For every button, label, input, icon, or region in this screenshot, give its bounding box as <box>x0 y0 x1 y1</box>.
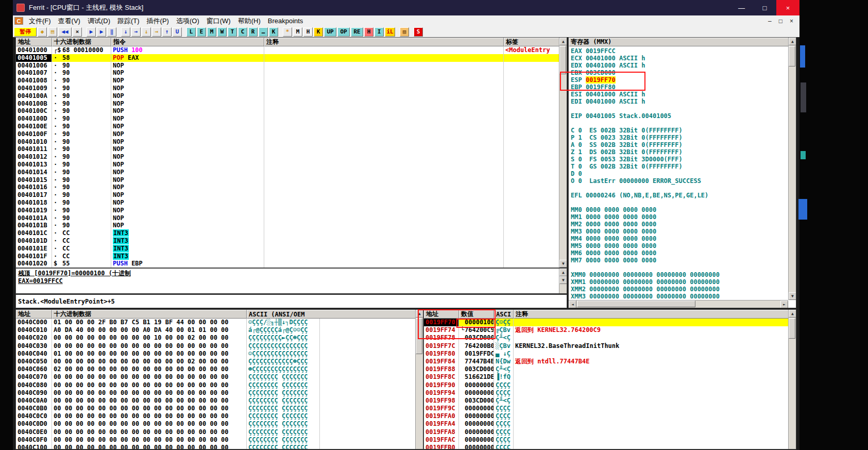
menu-item-0[interactable]: 文件(F) <box>25 16 55 26</box>
close-program-icon[interactable]: × <box>73 27 82 37</box>
step-into-icon[interactable]: ↓ <box>121 27 130 37</box>
register-line[interactable]: D 0 <box>571 170 788 177</box>
register-line[interactable]: MM7 0000 0000 0000 0000 <box>571 257 788 264</box>
disasm-row[interactable]: 00401013·90NOP <box>16 161 559 169</box>
register-line[interactable]: MM0 0000 0000 0000 0000 <box>571 206 788 213</box>
disasm-row[interactable]: 0040101F·CCINT3 <box>16 253 559 260</box>
register-line[interactable]: Z 1 DS 002B 32Bit 0(FFFFFFFF) <box>571 148 788 156</box>
stack-row[interactable]: 0019FFAC00000000ÇÇÇÇ <box>424 436 788 444</box>
log-window-button[interactable]: L <box>186 27 196 37</box>
windows-window-button[interactable]: W <box>217 27 227 37</box>
disasm-row[interactable]: 00401000┌$68 00010000PUSH 100<ModuleEntr… <box>16 46 559 54</box>
register-line[interactable]: XMM3 00000000 00000000 00000000 00000000 <box>571 293 788 300</box>
disasm-row[interactable]: 00401015·90NOP <box>16 176 559 184</box>
stack-row[interactable]: 0019FF7C764200B0░ÇBvKERNEL32.BaseThreadI… <box>424 342 788 350</box>
disasm-row[interactable]: 00401008·90NOP <box>16 77 559 85</box>
dump-row[interactable]: 0040C03000 00 00 00 00 00 00 00 00 00 00… <box>16 342 415 350</box>
dump-row[interactable]: 0040C0E000 00 00 00 00 00 00 00 00 00 00… <box>16 428 415 436</box>
menu-item-5[interactable]: 选项(O) <box>173 16 203 26</box>
pause-status[interactable]: 暂停 <box>14 27 37 37</box>
child-close-button[interactable]: × <box>790 18 793 25</box>
references-window-button[interactable]: R <box>248 27 258 37</box>
disasm-row[interactable]: 00401007·90NOP <box>16 69 559 77</box>
execute-till-user-icon[interactable]: U <box>173 27 182 37</box>
register-line[interactable]: MM3 0000 0000 0000 0000 <box>571 228 788 235</box>
disasm-row[interactable]: 00401006·90NOP <box>16 62 559 70</box>
disassembly-scrollbar[interactable]: ▲ ▼ <box>559 38 567 268</box>
stack-row[interactable]: 0019FF9000000000ÇÇÇÇ <box>424 381 788 389</box>
open-file-icon[interactable]: ◆ <box>38 27 47 37</box>
stack-row[interactable]: 0019FFA800000000ÇÇÇÇ <box>424 428 788 436</box>
run-icon[interactable]: ▶ <box>87 27 96 37</box>
disasm-row[interactable]: 00401005·58POP EAX <box>16 54 559 62</box>
step-over-icon[interactable]: → <box>131 27 141 37</box>
minimize-button[interactable]: — <box>730 0 753 15</box>
animate-over-icon[interactable]: → <box>152 27 161 37</box>
plugin-k-button[interactable]: K <box>314 27 323 37</box>
scroll-down-icon[interactable]: ▼ <box>559 260 567 268</box>
disasm-row[interactable]: 0040101B·90NOP <box>16 222 559 229</box>
scroll-right-icon[interactable]: ► <box>780 301 788 308</box>
info-scrollbar[interactable]: ▲ ▼ <box>559 269 567 293</box>
dump-row[interactable]: 0040C10000 00 00 00 00 00 00 00 00 00 00… <box>16 444 415 449</box>
dump-row[interactable]: 0040C0C000 00 00 00 00 00 00 00 00 00 00… <box>16 412 415 420</box>
dump-row[interactable]: 0040C0F000 00 00 00 00 00 00 00 00 00 00… <box>16 436 415 444</box>
stack-row[interactable]: 0019FF7000000100Ç☺ÇÇ <box>424 319 788 326</box>
dump-row[interactable]: 0040C0A000 00 00 00 00 00 00 00 00 00 00… <box>16 397 415 405</box>
scroll-up-icon[interactable]: ▲ <box>416 310 423 318</box>
menu-item-2[interactable]: 调试(D) <box>84 16 114 26</box>
dump-row[interactable]: 0040C07000 00 00 00 00 00 00 00 00 00 00… <box>16 373 415 381</box>
register-line[interactable]: MM6 0000 0000 0000 0000 <box>571 249 788 257</box>
disasm-row[interactable]: 00401009·90NOP <box>16 85 559 92</box>
menu-item-8[interactable]: Breakpoints <box>264 17 307 25</box>
registers-hscrollbar[interactable]: ◄ ► <box>569 300 788 308</box>
memory-window-button[interactable]: M <box>207 27 216 37</box>
register-line[interactable]: O 0 LastErr 00000000 ERROR_SUCCESS <box>571 177 788 185</box>
stack-scrollbar[interactable]: ▲ <box>788 310 796 449</box>
dump-scrollbar[interactable]: ▲ <box>415 310 423 449</box>
menu-item-1[interactable]: 查看(V) <box>55 16 84 26</box>
register-line[interactable]: ESP 0019FF70 <box>571 76 788 84</box>
disasm-row[interactable]: 00401020$55PUSH EBP <box>16 260 559 268</box>
run-thread-icon[interactable]: ▶ <box>97 27 106 37</box>
disasm-row[interactable]: 00401012·90NOP <box>16 153 559 161</box>
plugin-h2-button[interactable]: H <box>364 27 373 37</box>
child-restore-button[interactable]: □ <box>779 18 782 25</box>
scroll-up-icon[interactable]: ▲ <box>789 38 796 45</box>
register-line[interactable]: ECX 00401000 ASCII h <box>571 55 788 62</box>
stack-row[interactable]: 0019FFB000000000ÇÇÇÇ <box>424 444 788 449</box>
register-line[interactable] <box>571 199 788 206</box>
disasm-row[interactable]: 0040100A·90NOP <box>16 92 559 100</box>
appearance-icon[interactable]: ▨ <box>400 27 409 37</box>
stack-row[interactable]: 0019FF74└764200C9╔ÇBv返回到 KERNEL32.764200… <box>424 326 788 334</box>
disasm-row[interactable]: 0040100E·90NOP <box>16 123 559 130</box>
disasm-row[interactable]: 00401011·90NOP <box>16 145 559 153</box>
register-line[interactable]: EDI 00401000 ASCII h <box>571 98 788 105</box>
plugin-m-button[interactable]: M <box>293 27 302 37</box>
stack-row[interactable]: 0019FF98003CD000Ç╨<Ç <box>424 397 788 405</box>
dump-row[interactable]: 0040C0B000 00 00 00 00 00 00 00 00 00 00… <box>16 405 415 412</box>
register-line[interactable]: EBX 003CD000 <box>571 69 788 76</box>
disasm-row[interactable]: 00401014·90NOP <box>16 169 559 176</box>
disasm-row[interactable]: 00401010·90NOP <box>16 138 559 146</box>
scrollbar-thumb[interactable] <box>789 46 795 66</box>
dump-row[interactable]: 0040C04001 00 00 00 00 00 00 00 00 00 00… <box>16 350 415 358</box>
dump-row[interactable]: 0040C09000 00 00 00 00 00 00 00 00 00 00… <box>16 389 415 397</box>
register-line[interactable]: XMM0 00000000 00000000 00000000 00000000 <box>571 271 788 278</box>
register-line[interactable]: S 0 FS 0053 32Bit 3D0000(FFF) <box>571 156 788 163</box>
plugin-h-button[interactable]: H <box>303 27 313 37</box>
dump-row[interactable]: 0040C02000 00 00 00 00 00 00 00 00 10 00… <box>16 334 415 342</box>
register-line[interactable]: A 0 SS 002B 32Bit 0(FFFFFFFF) <box>571 141 788 148</box>
register-line[interactable]: ESI 00401000 ASCII h <box>571 91 788 98</box>
menu-item-3[interactable]: 跟踪(T) <box>114 16 143 26</box>
stack-row[interactable]: 0019FF800019FFDC▄ ↓Ç <box>424 350 788 358</box>
stack-row[interactable]: 0019FF8477447B4EN{Dw返回到 ntdll.77447B4E <box>424 358 788 365</box>
child-window-icon[interactable]: C <box>14 17 23 25</box>
disasm-row[interactable]: 0040101C·CCINT3 <box>16 229 559 237</box>
dump-row[interactable]: 0040C05000 00 00 00 00 00 00 00 00 00 00… <box>16 358 415 365</box>
cpu-window-button[interactable]: C <box>238 27 247 37</box>
reload-icon[interactable]: ▤ <box>48 27 57 37</box>
register-line[interactable]: MM4 0000 0000 0000 0000 <box>571 235 788 242</box>
options-icon[interactable]: * <box>283 27 292 37</box>
stack-row[interactable]: 0019FF78003CD000Ç╨<Ç <box>424 334 788 342</box>
